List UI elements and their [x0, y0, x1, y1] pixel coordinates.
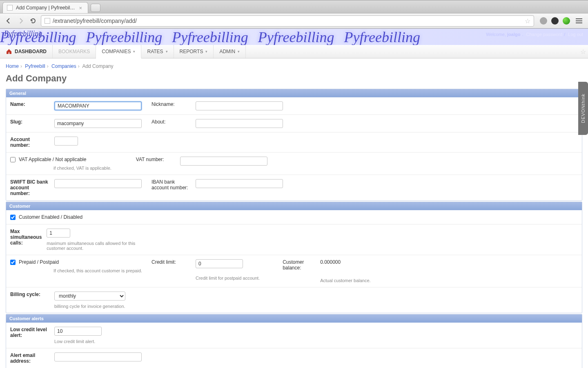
- extension-2-icon[interactable]: [551, 17, 559, 25]
- prepaid-checkbox[interactable]: [10, 260, 16, 265]
- crumb-current: Add Company: [82, 63, 113, 69]
- nav-admin-label: ADMIN: [219, 49, 235, 54]
- arrow-left-icon: [5, 18, 12, 24]
- iban-label: IBAN bank account number:: [151, 179, 191, 196]
- name-label: Name:: [10, 101, 49, 110]
- nav-dashboard[interactable]: DASHBOARD: [0, 45, 53, 58]
- arrow-right-icon: [18, 18, 24, 24]
- name-input[interactable]: [54, 101, 142, 110]
- change-password-link[interactable]: Change password: [526, 32, 563, 37]
- billing-cycle-select[interactable]: monthly: [54, 292, 125, 301]
- prepaid-help: If checked, this account customer is pre…: [53, 268, 143, 273]
- chevron-down-icon: ▾: [166, 49, 168, 54]
- browser-tab[interactable]: Add Company | Pyfreebill… ×: [2, 2, 88, 13]
- nav-bookmarks[interactable]: BOOKMARKS: [53, 45, 96, 58]
- account-number-input[interactable]: [54, 137, 78, 146]
- crumb-model[interactable]: Companies: [51, 63, 76, 69]
- nickname-input[interactable]: [196, 101, 283, 110]
- section-general-header: General: [6, 89, 582, 97]
- browser-toolbar: /extranet/pyfreebill/company/add/ ☆: [0, 13, 588, 29]
- brand-watermark: PyfreebillingPyfreebillingPyfreebillingP…: [0, 29, 588, 45]
- reload-icon: [30, 18, 36, 24]
- breadcrumb: Home› Pyfreebill› Companies› Add Company: [0, 58, 588, 72]
- slug-input[interactable]: [54, 119, 142, 128]
- max-calls-input[interactable]: [47, 229, 70, 238]
- balance-help: Actual customer balance.: [320, 278, 371, 283]
- section-customer: Customer Customer Enabled / Disabled: [6, 202, 582, 313]
- billing-cycle-help: billinng cycle for invoice generation.: [54, 304, 125, 309]
- extension-icons: [537, 17, 584, 25]
- logout-link[interactable]: Log out: [568, 32, 583, 37]
- low-credit-help: Low credit limit alert.: [54, 339, 102, 344]
- forward-button[interactable]: [16, 16, 25, 25]
- favorite-star-icon[interactable]: ☆: [578, 45, 588, 58]
- welcome-text: Welcome,: [486, 32, 506, 37]
- swift-input[interactable]: [54, 179, 142, 188]
- nav-bookmarks-label: BOOKMARKS: [58, 49, 90, 54]
- user-links: Welcome, joalgo. Change password/ Log ou…: [486, 32, 583, 37]
- extension-3-icon[interactable]: [563, 17, 570, 25]
- swift-label: SWIFT BIC bank account number:: [10, 179, 49, 196]
- nav-dashboard-label: DASHBOARD: [15, 49, 47, 54]
- nav-companies[interactable]: COMPANIES▾: [96, 45, 141, 58]
- max-calls-label: Max simultaneous calls:: [10, 229, 42, 251]
- alert-email-label: Alert email address:: [10, 352, 49, 364]
- customer-enabled-checkbox[interactable]: [10, 215, 16, 220]
- chevron-down-icon: ▾: [238, 49, 240, 54]
- nav-rates-label: RATES: [147, 49, 163, 54]
- iban-input[interactable]: [196, 179, 283, 188]
- page-title: Add Company: [0, 72, 588, 89]
- reload-button[interactable]: [29, 16, 38, 25]
- url-text: /extranet/pyfreebill/company/add/: [53, 18, 522, 24]
- billing-cycle-label: Billing cycle:: [10, 292, 49, 309]
- nav-companies-label: COMPANIES: [102, 49, 131, 54]
- devonthink-side-tab[interactable]: DEVONthink: [578, 82, 588, 135]
- nav-rates[interactable]: RATES▾: [141, 45, 174, 58]
- vat-number-input[interactable]: [180, 157, 267, 166]
- nickname-label: Nickname:: [151, 101, 191, 110]
- prepaid-label: Prepaid / Postpaid: [19, 259, 59, 265]
- bookmark-star-icon[interactable]: ☆: [525, 17, 530, 25]
- about-label: About:: [151, 119, 191, 128]
- low-credit-input[interactable]: [54, 327, 102, 336]
- slug-label: Slug:: [10, 119, 49, 128]
- back-button[interactable]: [4, 16, 13, 25]
- crumb-app[interactable]: Pyfreebill: [25, 63, 45, 69]
- new-tab-button[interactable]: [91, 4, 100, 12]
- brand-small: Pyfreebilling: [4, 29, 42, 38]
- page-favicon-icon: [7, 5, 13, 11]
- section-general: General Name: Nickname:: [6, 89, 582, 201]
- nav-reports[interactable]: REPORTS▾: [174, 45, 214, 58]
- section-customer-header: Customer: [6, 202, 582, 210]
- vat-applicable-checkbox[interactable]: [10, 157, 16, 162]
- customer-enabled-label: Customer Enabled / Disabled: [19, 214, 82, 220]
- main-nav: DASHBOARD BOOKMARKS COMPANIES▾ RATES▾ RE…: [0, 45, 588, 58]
- about-input[interactable]: [196, 119, 283, 128]
- nav-reports-label: REPORTS: [180, 49, 203, 54]
- max-calls-help: maximum simultaneous calls allowed for t…: [47, 241, 143, 251]
- vat-applicable-label: VAT Applicable / Not applicable: [19, 157, 86, 162]
- alert-email-input[interactable]: [54, 352, 142, 361]
- vat-applicable-help: if checked, VAT is applicable.: [53, 166, 111, 171]
- tab-title: Add Company | Pyfreebill…: [16, 5, 76, 11]
- account-number-label: Account number:: [10, 137, 49, 148]
- address-bar[interactable]: /extranet/pyfreebill/company/add/ ☆: [41, 15, 534, 27]
- chevron-down-icon: ▾: [205, 49, 207, 54]
- section-customer-alerts-header: Customer alerts: [6, 314, 582, 323]
- credit-limit-help: Credit limit for postpaid account.: [196, 276, 260, 280]
- balance-label: Customer balance:: [283, 259, 315, 271]
- extension-1-icon[interactable]: [540, 17, 547, 25]
- section-customer-alerts: Customer alerts Low credit level alert: …: [6, 314, 582, 368]
- balance-value: 0.000000: [320, 259, 341, 271]
- browser-menu-button[interactable]: [574, 17, 584, 25]
- nav-admin[interactable]: ADMIN▾: [214, 45, 246, 58]
- home-icon: [6, 48, 12, 55]
- username: joalgo: [507, 32, 520, 37]
- chevron-down-icon: ▾: [133, 49, 135, 54]
- app-banner: Pyfreebilling PyfreebillingPyfreebilling…: [0, 29, 588, 45]
- crumb-home[interactable]: Home: [6, 63, 19, 69]
- credit-limit-input[interactable]: [196, 259, 243, 268]
- page-icon: [45, 18, 50, 24]
- close-tab-icon[interactable]: ×: [79, 5, 82, 11]
- low-credit-label: Low credit level alert:: [10, 327, 49, 344]
